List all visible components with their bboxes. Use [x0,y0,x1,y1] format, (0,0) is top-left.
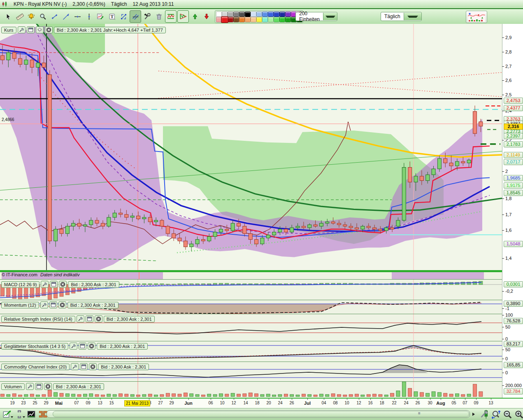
cci-panel-title: Commodity Channel Index (20) [1,364,70,370]
units-dropdown[interactable]: 200 Einheiten [295,12,337,21]
trend-line-icon[interactable] [60,11,71,22]
rsi-panel[interactable]: Relative Strength Index (RSI) (14)Bid : … [0,314,502,341]
axis-value-badge: 165,85 [504,362,523,368]
window-icon[interactable] [80,363,88,370]
close-icon[interactable] [95,315,102,322]
color-swatch[interactable] [228,12,233,17]
stoch-panel[interactable]: Geglätteter Stochastik (14 3 5)Bid : 2,3… [0,341,502,362]
color-swatch[interactable] [216,12,222,17]
volume-panel[interactable]: VolumenBid : 2,300 Ask : 2,301 [0,381,502,398]
scrollbar-grip[interactable]: ≡ [418,411,421,415]
chain-links-icon[interactable] [14,410,24,419]
color-swatch[interactable] [239,17,245,22]
color-swatch[interactable] [256,12,262,17]
time-axis-label: 26 [415,401,420,405]
triangle-pattern-icon[interactable] [177,10,189,23]
color-swatch[interactable] [274,17,279,22]
color-swatch[interactable] [268,17,274,22]
zigzag-pattern-icon[interactable] [165,10,177,23]
axis-tick: 2,8 [502,49,511,54]
window-icon[interactable] [35,383,43,390]
segment-icon[interactable] [49,11,60,22]
status-bar: ≡ [0,408,523,420]
time-axis-label: 18 [379,401,384,405]
zoom-fit-icon[interactable] [491,410,501,419]
color-swatch[interactable] [256,17,262,22]
color-swatch[interactable] [268,12,274,17]
color-swatch[interactable] [262,17,268,22]
color-swatch[interactable] [251,12,256,17]
color-swatch[interactable] [262,12,268,17]
text-label-icon[interactable]: T [107,11,117,22]
price-chart-panel[interactable]: Kurs Bid : 2,300 Ask : 2,301 Jahr:+Hoch … [0,24,502,270]
wrench-icon[interactable] [26,383,34,390]
bid-ask-info: Bid : 2,300 Ask : 2,301 [53,383,104,390]
window-icon[interactable] [86,315,93,322]
close-icon[interactable] [44,383,52,390]
zoom-in-icon[interactable] [514,410,523,419]
color-swatch[interactable] [233,17,239,22]
cci-panel[interactable]: Commodity Channel Index (20)Bid : 2,300 … [0,362,502,382]
close-icon[interactable] [88,343,95,350]
close-icon[interactable] [45,26,53,33]
wrench-icon[interactable] [70,343,77,350]
wrench-candle-icon[interactable] [479,410,489,419]
color-swatch[interactable] [221,16,228,23]
color-swatch[interactable] [228,17,233,22]
arrow-up-icon[interactable] [190,11,200,22]
horizontal-line-icon[interactable] [72,11,83,22]
color-swatch[interactable] [245,17,251,22]
tools-icon[interactable] [142,11,153,22]
diagonal-arrows-icon[interactable] [118,11,129,22]
ruler-icon[interactable] [14,11,25,22]
close-icon[interactable] [89,363,97,370]
time-axis[interactable]: 19232529Mai07091315232729Jun061012141820… [0,398,523,409]
axis-tick: 1,4 [502,256,511,261]
alarm-bell-icon[interactable] [26,11,37,22]
window-icon[interactable] [27,26,35,33]
wrench-icon[interactable] [71,363,79,370]
cursor-arrow-icon[interactable] [3,11,14,22]
color-swatch[interactable] [274,12,279,17]
trash-icon[interactable] [153,11,164,22]
axis-tick: 2,7 [502,64,511,69]
scroll-right-button[interactable] [470,410,477,419]
color-swatch[interactable] [285,12,291,17]
period-dropdown-button[interactable] [404,13,421,20]
vertical-line-icon[interactable] [84,11,94,22]
color-swatch[interactable] [251,17,256,22]
forecast-chart-icon[interactable] [95,11,106,22]
close-icon[interactable] [58,301,66,308]
color-swatch[interactable] [279,17,285,22]
parallel-lines-icon[interactable] [130,10,141,23]
units-dropdown-button[interactable] [323,13,337,20]
period-dropdown-value: Täglich [381,14,404,19]
color-swatch[interactable] [239,12,245,17]
period-dropdown[interactable]: Täglich [381,12,422,21]
macd-panel[interactable]: MACD (12 26 9)Bid : 2,300 Ask : 2,301 [0,279,502,300]
bell-icon[interactable] [36,26,44,33]
momentum-panel[interactable]: Momentum (12)Bid : 2,300 Ask : 2,301 [0,300,502,314]
panel-title-kurs: Kurs [1,27,16,33]
chart-display-settings-button[interactable] [466,11,487,23]
color-swatch[interactable] [285,17,291,22]
wrench-icon[interactable] [41,281,49,288]
wrench-icon[interactable] [40,301,48,308]
inverted-chart-icon[interactable] [26,410,36,419]
color-swatch[interactable] [279,12,285,17]
zoom-out-icon[interactable] [502,410,512,419]
magnifier-icon[interactable] [37,11,48,22]
arrow-down-icon[interactable] [201,11,212,22]
scrollbar-thumb[interactable] [53,411,469,417]
window-icon[interactable] [79,343,86,350]
color-swatch[interactable] [233,12,239,17]
window-icon[interactable] [50,281,58,288]
wrench-icon[interactable] [77,315,84,322]
window-icon[interactable] [49,301,57,308]
wrench-icon[interactable] [18,26,26,33]
chart-export-icon[interactable] [2,410,12,419]
close-icon[interactable] [59,281,67,288]
chart-scrollbar[interactable]: ≡ [46,410,470,418]
axis-tick: 2,6 [502,78,511,83]
color-swatch[interactable] [245,12,251,17]
